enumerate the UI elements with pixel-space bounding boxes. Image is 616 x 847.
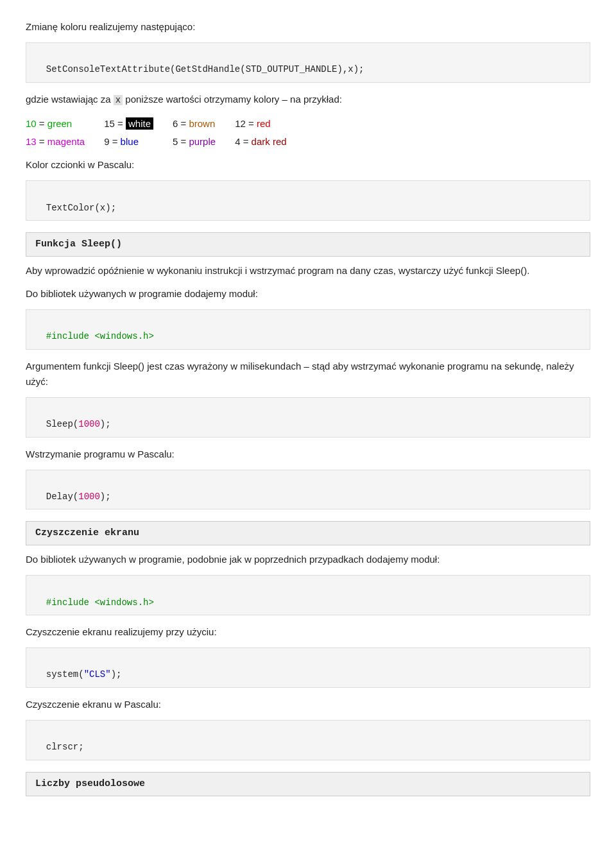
sleep-func: Sleep(1000);: [46, 419, 111, 429]
color-table-inner: 10 = green 15 = white 6 = brown 12 = red…: [26, 115, 306, 151]
clear-include-block: #include <windows.h>: [26, 575, 590, 615]
where-text-2: poniższe wartości otrzymamy kolory – na …: [123, 94, 342, 105]
system-func: system("CLS");: [46, 669, 122, 680]
color-5: 5 = purple: [173, 133, 235, 151]
color-green: green: [47, 118, 72, 129]
clear-desc2: Czyszczenie ekranu realizujemy przy użyc…: [26, 624, 590, 640]
sleep-pascal-label: Wstrzymanie programu w Pascalu:: [26, 447, 590, 462]
intro-change-color: Zmianę koloru realizujemy następująco:: [26, 19, 590, 35]
clear-desc1: Do bibliotek używanych w programie, podo…: [26, 552, 590, 567]
x-variable: x: [114, 95, 123, 105]
sleep-desc1: Aby wprowadzić opóźnienie w wykonaniu in…: [26, 263, 590, 278]
color-9: 9 = blue: [104, 133, 173, 151]
clear-pascal-label: Czyszczenie ekranu w Pascalu:: [26, 697, 590, 712]
sleep-include-block: #include <windows.h>: [26, 309, 590, 350]
textcolor-code: TextColor(x);: [46, 203, 116, 213]
sleep-desc3: Argumentem funkcji Sleep() jest czas wyr…: [26, 359, 590, 389]
color-15: 15 = white: [104, 115, 173, 133]
color-white: white: [126, 117, 153, 130]
textcolor-code-block: TextColor(x);: [26, 180, 590, 221]
system-arg: "CLS": [84, 669, 111, 680]
clrscr-code: clrscr;: [46, 742, 84, 752]
num-13: 13: [26, 136, 37, 147]
color-13: 13 = magenta: [26, 133, 104, 151]
color-6: 6 = brown: [173, 115, 235, 133]
sleep-code-block: Sleep(1000);: [26, 397, 590, 438]
color-magenta: magenta: [47, 136, 85, 147]
color-12: 12 = red: [235, 115, 305, 133]
sleep-number: 1000: [78, 419, 100, 429]
sleep-desc2: Do bibliotek używanych w programie dodaj…: [26, 286, 590, 302]
color-row-1: 10 = green 15 = white 6 = brown 12 = red: [26, 115, 306, 133]
clear-section-header: Czyszczenie ekranu: [26, 521, 590, 545]
sleep-include-code: #include <windows.h>: [46, 331, 154, 341]
delay-number: 1000: [78, 492, 100, 502]
color-table: 10 = green 15 = white 6 = brown 12 = red…: [26, 115, 590, 151]
random-section-header: Liczby pseudolosowe: [26, 772, 590, 796]
color-4: 4 = dark red: [235, 133, 305, 151]
sleep-section-header: Funkcja Sleep(): [26, 232, 590, 257]
system-code-block: system("CLS");: [26, 647, 590, 688]
delay-code-block: Delay(1000);: [26, 470, 590, 510]
clear-include-code: #include <windows.h>: [46, 597, 154, 608]
where-text-para: gdzie wstawiając za x poniższe wartości …: [26, 92, 590, 107]
set-console-code-block: SetConsoleTextAttribute(GetStdHandle(STD…: [26, 42, 590, 83]
color-10: 10 = green: [26, 115, 104, 133]
color-brown: brown: [189, 118, 215, 129]
clrscr-code-block: clrscr;: [26, 720, 590, 760]
pascal-color-label: Kolor czcionki w Pascalu:: [26, 157, 590, 173]
color-blue: blue: [121, 136, 139, 147]
num-10: 10: [26, 118, 37, 129]
set-console-code: SetConsoleTextAttribute(GetStdHandle(STD…: [46, 64, 364, 74]
color-dark-red: dark red: [252, 136, 287, 147]
color-purple: purple: [189, 136, 216, 147]
where-text-1: gdzie wstawiając za: [26, 94, 114, 105]
color-red: red: [257, 118, 271, 129]
color-row-2: 13 = magenta 9 = blue 5 = purple 4 = dar…: [26, 133, 306, 151]
delay-func: Delay(1000);: [46, 492, 111, 502]
